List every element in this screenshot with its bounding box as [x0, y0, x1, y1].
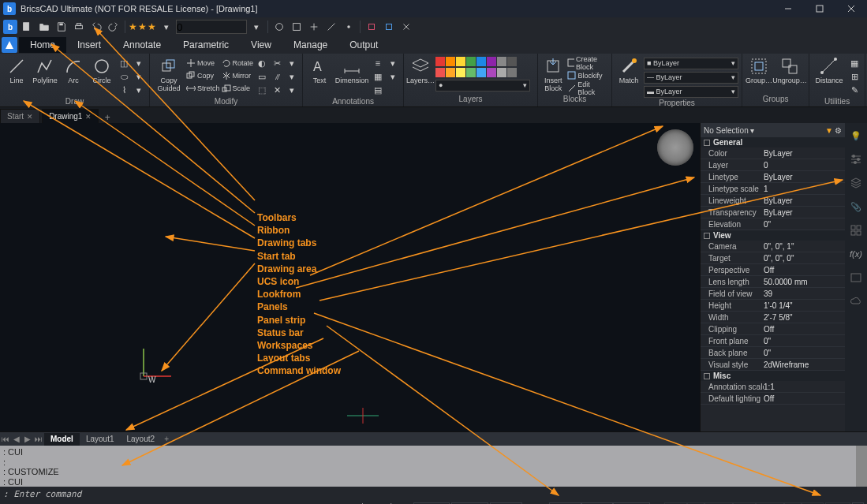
property-row[interactable]: Width2'-7 5/8": [701, 312, 845, 323]
mod-mini-5[interactable]: ⫽: [270, 70, 284, 83]
property-row[interactable]: Target0", 0", 0": [701, 252, 845, 264]
linetype-selector[interactable]: — ByLayer▾: [644, 71, 738, 84]
property-row[interactable]: LineweightByLayer: [701, 195, 845, 207]
maximize-button[interactable]: [804, 0, 835, 17]
ann-mini-1[interactable]: ≡: [371, 57, 385, 69]
distance-button[interactable]: Distance: [813, 55, 846, 85]
draw-mini-2[interactable]: ▾: [132, 57, 146, 69]
minimize-button[interactable]: [772, 0, 804, 17]
property-row[interactable]: Back plane0": [701, 347, 845, 359]
ungroup-button[interactable]: Ungroup…: [774, 55, 805, 85]
property-row[interactable]: Camera0", 0", 1": [701, 241, 845, 252]
mod-mini-1[interactable]: ◐: [255, 57, 269, 69]
add-tab-button[interactable]: +: [100, 112, 114, 123]
panelstrip-sliders-icon[interactable]: [848, 151, 864, 167]
layer-dropdown[interactable]: ▾: [249, 19, 264, 35]
tool-3-button[interactable]: [306, 19, 322, 35]
menu-home[interactable]: Home: [19, 37, 66, 53]
property-row[interactable]: ColorByLayer: [701, 147, 845, 159]
scrollbar[interactable]: [856, 446, 867, 487]
section-general[interactable]: General: [701, 137, 845, 147]
mod-mini-6[interactable]: ▾: [285, 70, 299, 83]
property-row[interactable]: Layer0: [701, 159, 845, 171]
tab-start[interactable]: Start✕: [0, 109, 40, 123]
ann-mini-5[interactable]: ▤: [371, 84, 385, 96]
layer-field[interactable]: [176, 20, 247, 34]
layout-first[interactable]: ⏮: [0, 435, 11, 443]
layout-prev[interactable]: ◀: [11, 435, 22, 443]
tool-1-button[interactable]: [271, 19, 287, 35]
create-block-button[interactable]: Create Block: [567, 57, 609, 69]
property-row[interactable]: Annotation scale1:1: [701, 381, 845, 393]
close-icon[interactable]: ✕: [85, 113, 92, 121]
menu-annotate[interactable]: Annotate: [112, 37, 172, 53]
mod-mini-3[interactable]: ▾: [285, 57, 299, 69]
layer-state-row-1[interactable]: [435, 57, 530, 66]
property-row[interactable]: Visual style2dWireframe: [701, 359, 845, 371]
panelstrip-cloud-icon[interactable]: [848, 293, 864, 309]
draw-mini-4[interactable]: ▾: [132, 70, 146, 83]
panelstrip-struct-icon[interactable]: [848, 270, 864, 286]
ann-mini-2[interactable]: ▾: [386, 57, 400, 69]
circle-button[interactable]: Circle: [88, 55, 115, 85]
draw-mini-6[interactable]: ▾: [132, 84, 146, 96]
text-button[interactable]: AText: [306, 55, 333, 85]
stretch-button[interactable]: Stretch: [186, 82, 220, 94]
settings-icon[interactable]: ⚙: [835, 126, 842, 135]
menu-parametric[interactable]: Parametric: [172, 37, 240, 53]
edit-block-button[interactable]: Edit Block: [567, 82, 609, 94]
drawing-area[interactable]: W ToolbarsRibbonDrawing tabsStart tabDra…: [0, 123, 700, 431]
tab-layout1[interactable]: Layout1: [80, 433, 121, 446]
property-row[interactable]: Linetype scale1: [701, 183, 845, 195]
favorites-icon[interactable]: ★★★: [129, 21, 157, 32]
dimension-button[interactable]: Dimension: [334, 55, 369, 85]
app-menu-icon[interactable]: b: [3, 20, 17, 34]
layer-selector[interactable]: ●▾: [435, 79, 530, 91]
close-button[interactable]: [835, 0, 867, 17]
section-view[interactable]: View: [701, 230, 845, 241]
draw-mini-5[interactable]: ⌇: [117, 84, 131, 96]
line-button[interactable]: Line: [3, 55, 30, 85]
polyline-button[interactable]: Polyline: [32, 55, 58, 85]
rotate-button[interactable]: Rotate: [222, 57, 254, 69]
command-line[interactable]: : Enter command: [0, 487, 867, 501]
property-row[interactable]: TransparencyByLayer: [701, 207, 845, 218]
print-button[interactable]: [71, 19, 87, 35]
tab-layout2[interactable]: Layout2: [120, 433, 161, 446]
menu-output[interactable]: Output: [338, 37, 389, 53]
draw-mini-1[interactable]: ◫: [117, 57, 131, 69]
property-row[interactable]: Field of view39: [701, 288, 845, 300]
mirror-button[interactable]: Mirror: [222, 69, 254, 81]
tool-2-button[interactable]: [289, 19, 305, 35]
mod-mini-2[interactable]: ✂: [270, 57, 284, 69]
panelstrip-clip-icon[interactable]: 📎: [848, 199, 864, 215]
move-button[interactable]: Move: [186, 57, 220, 69]
copy-button[interactable]: Copy: [186, 69, 220, 81]
new-button[interactable]: [19, 19, 35, 35]
property-row[interactable]: LinetypeByLayer: [701, 171, 845, 183]
group-button[interactable]: Group…: [746, 55, 772, 85]
layout-add[interactable]: +: [161, 435, 172, 443]
lineweight-selector[interactable]: ▬ ByLayer▾: [644, 85, 738, 98]
tool-5-button[interactable]: [341, 19, 357, 35]
tab-model[interactable]: Model: [44, 433, 80, 446]
util-mini-2[interactable]: ⊞: [847, 70, 861, 83]
panelstrip-lightbulb-icon[interactable]: 💡: [848, 128, 864, 144]
redo-button[interactable]: [106, 19, 121, 35]
mod-mini-7[interactable]: ⬚: [255, 84, 269, 96]
util-mini-1[interactable]: ▦: [847, 57, 861, 69]
layers-button[interactable]: Layers…: [407, 55, 434, 85]
close-icon[interactable]: ✕: [27, 113, 33, 121]
mod-mini-8[interactable]: ✕: [270, 84, 284, 96]
property-row[interactable]: Height1'-0 1/4": [701, 300, 845, 312]
layout-last[interactable]: ⏭: [33, 435, 44, 443]
mod-mini-9[interactable]: ▾: [285, 84, 299, 96]
util-mini-3[interactable]: ✎: [847, 84, 861, 96]
undo-button[interactable]: [88, 19, 104, 35]
insert-block-button[interactable]: Insert Block: [541, 55, 565, 93]
menu-view[interactable]: View: [240, 37, 282, 53]
ann-mini-4[interactable]: ▾: [386, 70, 400, 83]
open-button[interactable]: [36, 19, 52, 35]
arc-button[interactable]: Arc: [60, 55, 87, 85]
property-row[interactable]: Lens length50.0000 mm: [701, 276, 845, 288]
